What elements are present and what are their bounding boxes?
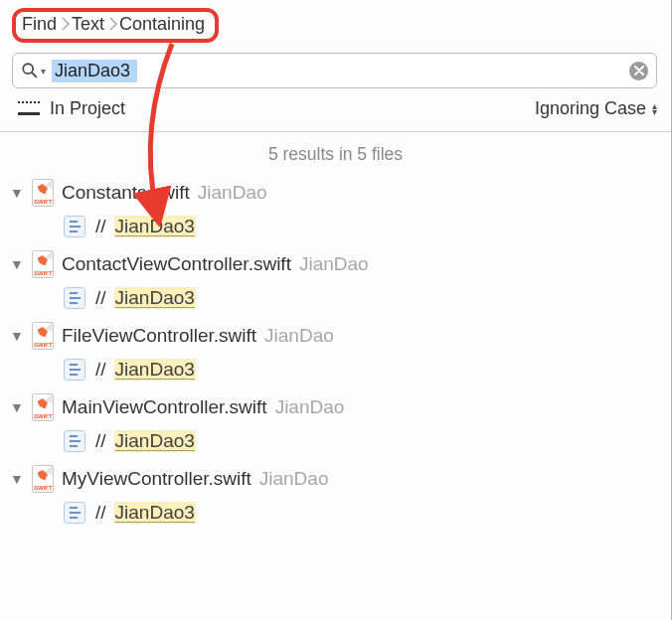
- file-name: Constants.swift: [62, 182, 190, 204]
- scope-label: In Project: [50, 98, 125, 119]
- swift-file-icon: SWIFT: [32, 465, 54, 493]
- file-project: JianDao: [198, 182, 267, 204]
- swift-file-icon: SWIFT: [32, 322, 54, 350]
- file-name: MainViewController.swift: [62, 396, 267, 418]
- close-icon: [634, 66, 644, 76]
- match-text: //JianDao3: [95, 287, 196, 309]
- match-text: //JianDao3: [95, 216, 196, 237]
- search-dropdown-icon[interactable]: ▾: [41, 66, 46, 77]
- chevron-right-icon: [109, 17, 117, 33]
- file-row[interactable]: ▼SWIFTFileViewController.swift JianDao: [8, 318, 663, 354]
- breadcrumb-containing[interactable]: Containing: [119, 14, 205, 35]
- match-row[interactable]: //JianDao3: [8, 282, 663, 318]
- swift-file-icon: SWIFT: [32, 393, 54, 421]
- file-project: JianDao: [264, 325, 334, 347]
- match-row[interactable]: //JianDao3: [8, 497, 663, 533]
- file-row[interactable]: ▼SWIFTMainViewController.swift JianDao: [8, 389, 663, 425]
- breadcrumb-text[interactable]: Text: [72, 14, 117, 35]
- file-name: MyViewController.swift: [62, 468, 252, 490]
- search-field-wrapper: ▾: [12, 53, 657, 88]
- disclosure-triangle-icon[interactable]: ▼: [10, 399, 24, 415]
- match-highlight: JianDao3: [114, 359, 196, 381]
- match-text: //JianDao3: [95, 502, 196, 524]
- breadcrumb-label: Find: [22, 14, 57, 35]
- disclosure-triangle-icon[interactable]: ▼: [10, 256, 24, 272]
- comment-prefix: //: [95, 216, 106, 237]
- match-highlight: JianDao3: [114, 287, 196, 309]
- comment-prefix: //: [95, 287, 106, 309]
- search-icon[interactable]: [21, 62, 39, 79]
- breadcrumb-label: Text: [72, 14, 104, 35]
- swift-file-icon: SWIFT: [32, 250, 54, 278]
- match-highlight: JianDao3: [114, 430, 196, 452]
- breadcrumb-find[interactable]: Find: [22, 14, 70, 35]
- case-label: Ignoring Case: [535, 98, 646, 119]
- match-highlight: JianDao3: [114, 502, 196, 524]
- search-input[interactable]: [52, 60, 137, 82]
- svg-line-1: [32, 73, 36, 77]
- results-list: ▼SWIFTConstants.swift JianDao//JianDao3▼…: [0, 175, 671, 533]
- text-result-icon: [64, 430, 85, 452]
- text-result-icon: [64, 216, 85, 237]
- file-row[interactable]: ▼SWIFTMyViewController.swift JianDao: [8, 461, 663, 497]
- file-project: JianDao: [259, 468, 329, 490]
- match-highlight: JianDao3: [114, 216, 196, 237]
- match-text: //JianDao3: [95, 430, 196, 452]
- disclosure-triangle-icon[interactable]: ▼: [10, 471, 24, 487]
- file-name: ContactViewController.swift: [62, 253, 291, 275]
- file-row[interactable]: ▼SWIFTContactViewController.swift JianDa…: [8, 246, 663, 282]
- match-row[interactable]: //JianDao3: [8, 425, 663, 461]
- clear-search-button[interactable]: [629, 62, 648, 80]
- comment-prefix: //: [95, 430, 106, 452]
- comment-prefix: //: [95, 502, 106, 524]
- results-summary: 5 results in 5 files: [0, 132, 671, 175]
- text-result-icon: [64, 359, 85, 381]
- comment-prefix: //: [95, 359, 106, 381]
- case-selector[interactable]: Ignoring Case ▴▾: [535, 98, 657, 119]
- match-text: //JianDao3: [95, 359, 196, 381]
- text-result-icon: [64, 287, 85, 309]
- disclosure-triangle-icon[interactable]: ▼: [10, 185, 24, 201]
- text-result-icon: [64, 502, 85, 524]
- file-project: JianDao: [299, 253, 369, 275]
- breadcrumb: Find Text Containing: [0, 0, 671, 53]
- match-row[interactable]: //JianDao3: [8, 211, 663, 246]
- file-row[interactable]: ▼SWIFTConstants.swift JianDao: [8, 175, 663, 211]
- file-project: JianDao: [275, 396, 345, 418]
- stepper-icon: ▴▾: [652, 103, 657, 115]
- disclosure-triangle-icon[interactable]: ▼: [10, 328, 24, 344]
- breadcrumb-highlight: Find Text Containing: [12, 8, 219, 43]
- file-name: FileViewController.swift: [62, 325, 256, 347]
- match-row[interactable]: //JianDao3: [8, 354, 663, 389]
- chevron-right-icon: [62, 17, 70, 33]
- scope-icon: [18, 101, 40, 117]
- scope-selector[interactable]: In Project: [18, 98, 125, 119]
- breadcrumb-label: Containing: [119, 14, 205, 35]
- swift-file-icon: SWIFT: [32, 179, 54, 207]
